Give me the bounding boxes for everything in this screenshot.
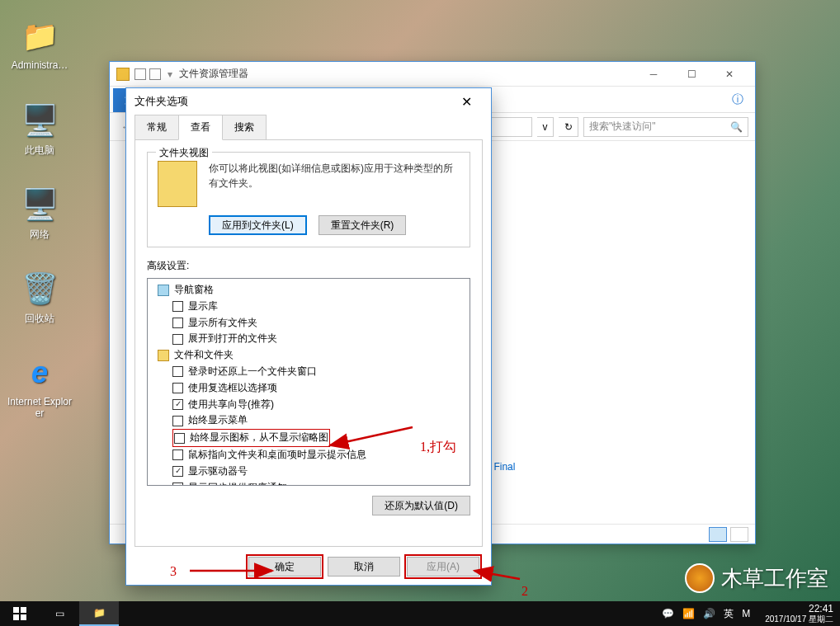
- checkbox[interactable]: [174, 433, 185, 444]
- ribbon-help[interactable]: ⓘ: [720, 87, 755, 112]
- desktop-icon-network[interactable]: 🖥️ 网络: [7, 185, 73, 242]
- checkbox[interactable]: [172, 466, 183, 477]
- apply-button[interactable]: 应用(A): [407, 557, 479, 577]
- dialog-titlebar[interactable]: 文件夹选项 ✕: [126, 88, 491, 115]
- ie-icon: e: [20, 353, 59, 393]
- folder-view-group: 文件夹视图 你可以将此视图(如详细信息或图标)应用于这种类型的所有文件夹。 应用…: [147, 152, 470, 247]
- volume-icon[interactable]: 🔊: [703, 608, 715, 619]
- checkbox[interactable]: [172, 366, 183, 377]
- tab-search[interactable]: 搜索: [222, 115, 267, 140]
- start-button[interactable]: [0, 601, 40, 626]
- checkbox[interactable]: [172, 449, 183, 460]
- view-icons[interactable]: [730, 527, 748, 542]
- address-dropdown[interactable]: v: [537, 117, 554, 137]
- dialog-close-button[interactable]: ✕: [450, 90, 483, 113]
- checkbox[interactable]: [172, 416, 183, 426]
- tree-item-highlighted[interactable]: 始终显示图标，从不显示缩略图: [153, 429, 465, 447]
- tree-item[interactable]: 使用复选框以选择项: [153, 380, 465, 397]
- search-placeholder: 搜索"快速访问": [589, 120, 656, 134]
- tree-item[interactable]: 显示所有文件夹: [153, 315, 465, 332]
- checkbox[interactable]: [172, 399, 183, 410]
- reset-folders-button[interactable]: 重置文件夹(R): [319, 215, 407, 235]
- checkbox[interactable]: [172, 482, 183, 486]
- ok-button[interactable]: 确定: [248, 557, 321, 577]
- folder-icon: [158, 350, 169, 361]
- qat-item[interactable]: [134, 68, 146, 80]
- annotation-2: 2: [521, 584, 528, 599]
- folder-icon: [158, 161, 197, 207]
- advanced-settings-tree[interactable]: 导航窗格 显示库 显示所有文件夹 展开到打开的文件夹 文件和文件夹 登录时还原上…: [147, 278, 470, 486]
- tree-item[interactable]: 导航窗格: [153, 282, 465, 299]
- action-center-icon[interactable]: 💬: [662, 608, 674, 619]
- search-input[interactable]: 搜索"快速访问" 🔍: [583, 117, 748, 137]
- ime-lang[interactable]: 英: [724, 607, 734, 621]
- tree-item[interactable]: 显示库: [153, 299, 465, 315]
- dialog-tabs: 常规 查看 搜索: [134, 115, 483, 140]
- tree-item[interactable]: 显示驱动器号: [153, 464, 465, 480]
- tab-view[interactable]: 查看: [178, 115, 223, 140]
- tab-panel-view: 文件夹视图 你可以将此视图(如详细信息或图标)应用于这种类型的所有文件夹。 应用…: [134, 139, 483, 547]
- restore-defaults-button[interactable]: 还原为默认值(D): [372, 496, 470, 515]
- folder-icon: [158, 285, 169, 296]
- tree-item[interactable]: 始终显示菜单: [153, 412, 465, 429]
- qat-dropdown[interactable]: ▾: [168, 68, 172, 80]
- system-tray[interactable]: 💬 📶 🔊 英 M: [654, 607, 758, 621]
- tree-item[interactable]: 展开到打开的文件夹: [153, 331, 465, 347]
- folder-options-dialog: 文件夹选项 ✕ 常规 查看 搜索 文件夹视图 你可以将此视图(如详细信息或图标)…: [125, 87, 492, 586]
- svg-rect-6: [13, 607, 19, 613]
- explorer-titlebar[interactable]: ▾ 文件资源管理器 ─ ☐ ✕: [110, 62, 755, 87]
- refresh-button[interactable]: ↻: [559, 117, 578, 137]
- svg-rect-9: [21, 614, 26, 620]
- taskbar-explorer[interactable]: 📁: [79, 601, 119, 626]
- checkbox[interactable]: [172, 334, 183, 345]
- tree-item[interactable]: 显示同步提供程序通知: [153, 480, 465, 486]
- taskbar: ▭ 📁 💬 📶 🔊 英 M 22:41 2017/10/17 星期二: [0, 601, 840, 626]
- watermark: 木草工作室: [685, 563, 828, 593]
- tree-item[interactable]: 使用共享向导(推荐): [153, 397, 465, 413]
- window-title: 文件资源管理器: [179, 67, 635, 81]
- tab-general[interactable]: 常规: [134, 115, 179, 140]
- desktop-icon-recycle[interactable]: 🗑️ 回收站: [7, 269, 73, 326]
- ime-mode[interactable]: M: [742, 608, 750, 619]
- close-button[interactable]: ✕: [710, 63, 748, 86]
- search-icon: 🔍: [730, 121, 743, 133]
- network-icon: 🖥️: [20, 185, 59, 224]
- checkbox[interactable]: [172, 318, 183, 328]
- taskbar-clock[interactable]: 22:41 2017/10/17 星期二: [758, 603, 840, 624]
- network-icon[interactable]: 📶: [682, 608, 695, 619]
- desktop-icon-ie[interactable]: e Internet Explorer: [7, 353, 73, 419]
- task-view-button[interactable]: ▭: [40, 601, 79, 626]
- view-details[interactable]: [709, 527, 727, 542]
- desktop-icon-pc[interactable]: 🖥️ 此电脑: [7, 101, 73, 158]
- svg-rect-8: [13, 614, 19, 620]
- cancel-button[interactable]: 取消: [328, 557, 400, 577]
- explorer-icon: [116, 68, 130, 81]
- tree-item[interactable]: 文件和文件夹: [153, 347, 465, 364]
- group-label: 文件夹视图: [156, 146, 212, 160]
- desktop-icon-admin[interactable]: 📁 Administra…: [7, 16, 73, 71]
- minimize-button[interactable]: ─: [635, 63, 672, 86]
- tree-item[interactable]: 鼠标指向文件夹和桌面项时显示提示信息: [153, 447, 465, 464]
- checkbox[interactable]: [172, 383, 183, 393]
- folder-icon: 📁: [20, 16, 59, 56]
- maximize-button[interactable]: ☐: [672, 63, 710, 86]
- pc-icon: 🖥️: [20, 101, 59, 140]
- recycle-icon: 🗑️: [20, 269, 59, 308]
- checkbox[interactable]: [172, 301, 183, 312]
- watermark-icon: [685, 563, 715, 593]
- quick-access-toolbar: [134, 68, 161, 80]
- svg-rect-7: [21, 607, 26, 613]
- dialog-title: 文件夹选项: [134, 94, 450, 109]
- apply-to-folders-button[interactable]: 应用到文件夹(L): [209, 215, 307, 235]
- tree-item[interactable]: 登录时还原上一个文件夹窗口: [153, 364, 465, 380]
- qat-item[interactable]: [149, 68, 161, 80]
- folder-view-text: 你可以将此视图(如详细信息或图标)应用于这种类型的所有文件夹。: [209, 161, 460, 207]
- advanced-label: 高级设置:: [147, 259, 470, 273]
